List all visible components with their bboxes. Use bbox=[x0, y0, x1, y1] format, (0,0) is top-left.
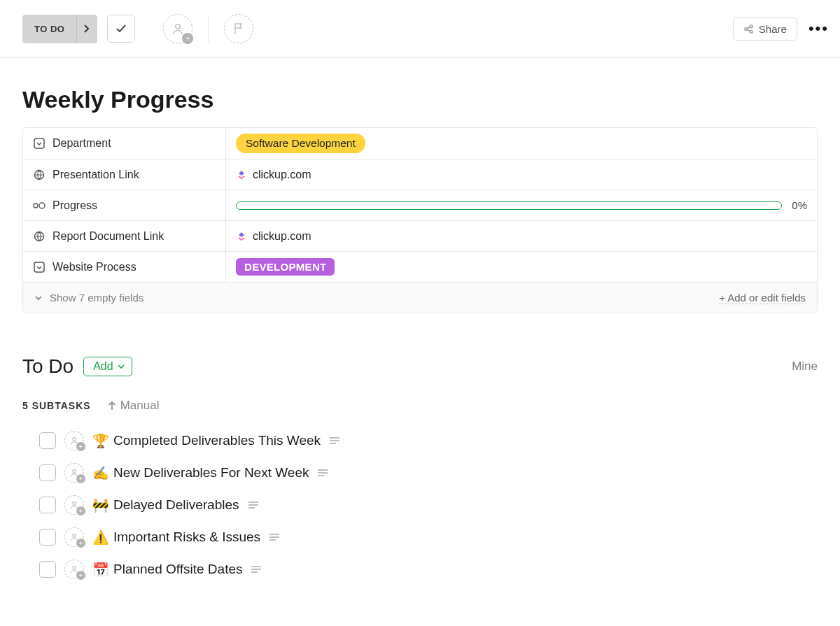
svg-point-0 bbox=[176, 24, 180, 29]
emoji-icon: 🚧 bbox=[92, 497, 109, 513]
subtask-checkbox[interactable] bbox=[39, 464, 56, 481]
plus-badge-icon: + bbox=[76, 539, 85, 548]
plus-badge-icon: + bbox=[76, 474, 85, 483]
field-value-report-link[interactable]: clickup.com bbox=[226, 221, 817, 251]
share-icon bbox=[743, 24, 754, 34]
mine-filter[interactable]: Mine bbox=[792, 360, 818, 374]
svg-point-7 bbox=[39, 203, 45, 208]
dropdown-field-icon bbox=[33, 138, 46, 149]
link-text: clickup.com bbox=[253, 169, 312, 181]
subtask-toolbar: 5 SUBTASKS Manual bbox=[22, 399, 818, 413]
website-process-pill: DEVELOPMENT bbox=[236, 258, 335, 276]
subtask-title[interactable]: 📅 Planned Offsite Dates bbox=[92, 562, 242, 578]
emoji-icon: ⚠️ bbox=[92, 529, 109, 546]
svg-rect-4 bbox=[34, 138, 44, 148]
priority-flag-picker[interactable] bbox=[224, 14, 253, 43]
note-icon[interactable] bbox=[269, 533, 280, 541]
status-group: TO DO bbox=[22, 15, 97, 43]
plus-badge-icon: + bbox=[76, 571, 85, 580]
chevron-down-icon bbox=[34, 294, 43, 301]
field-name: Progress bbox=[52, 199, 97, 212]
assignee-picker[interactable]: + bbox=[64, 495, 84, 515]
field-name: Department bbox=[52, 137, 111, 150]
plus-badge-icon: + bbox=[76, 506, 85, 515]
complete-button[interactable] bbox=[107, 15, 135, 43]
subtask-row: + ⚠️ Important Risks & Issues bbox=[39, 527, 818, 547]
svg-point-1 bbox=[745, 27, 748, 30]
fields-footer: Show 7 empty fields + Add or edit fields bbox=[23, 282, 817, 313]
subtask-checkbox[interactable] bbox=[39, 497, 56, 513]
share-label: Share bbox=[759, 23, 787, 35]
field-value-presentation-link[interactable]: clickup.com bbox=[226, 159, 817, 190]
person-icon bbox=[171, 22, 185, 36]
subtask-list: + 🏆 Completed Deliverables This Week + ✍… bbox=[22, 431, 818, 579]
divider bbox=[208, 15, 209, 42]
svg-point-10 bbox=[73, 438, 76, 441]
field-name: Website Process bbox=[52, 261, 136, 273]
show-empty-fields-toggle[interactable]: Show 7 empty fields bbox=[34, 292, 144, 304]
add-label: Add bbox=[93, 360, 113, 373]
subtask-row: + 📅 Planned Offsite Dates bbox=[39, 560, 818, 579]
field-label: Progress bbox=[23, 190, 226, 220]
caret-right-icon bbox=[84, 24, 90, 33]
subtask-title[interactable]: ⚠️ Important Risks & Issues bbox=[92, 529, 260, 546]
check-icon bbox=[115, 22, 127, 35]
field-name: Report Document Link bbox=[52, 230, 164, 243]
task-title[interactable]: Weekly Progress bbox=[22, 86, 818, 113]
more-menu-button[interactable]: ••• bbox=[808, 20, 829, 38]
assignee-picker[interactable]: + bbox=[64, 463, 84, 483]
field-row-presentation-link: Presentation Link clickup.com bbox=[23, 159, 817, 190]
note-icon[interactable] bbox=[317, 469, 328, 477]
sort-mode-button[interactable]: Manual bbox=[108, 399, 160, 413]
field-label: Report Document Link bbox=[23, 221, 226, 251]
svg-point-11 bbox=[73, 470, 76, 473]
field-row-report-link: Report Document Link clickup.com bbox=[23, 220, 817, 251]
subtask-title[interactable]: 🏆 Completed Deliverables This Week bbox=[92, 433, 321, 449]
subtask-row: + 🚧 Delayed Deliverables bbox=[39, 495, 818, 515]
plus-badge-icon: + bbox=[76, 442, 85, 451]
status-dropdown-button[interactable] bbox=[76, 15, 97, 43]
field-row-website-process: Website Process DEVELOPMENT bbox=[23, 251, 817, 282]
note-icon[interactable] bbox=[251, 565, 262, 574]
field-value-website-process[interactable]: DEVELOPMENT bbox=[226, 252, 817, 282]
subtask-row: + ✍️ New Deliverables For Next Week bbox=[39, 463, 818, 483]
subtask-checkbox[interactable] bbox=[39, 529, 56, 546]
section-header: To Do Add Mine bbox=[22, 355, 818, 378]
status-button[interactable]: TO DO bbox=[22, 15, 76, 43]
svg-point-12 bbox=[73, 502, 76, 505]
field-row-progress: Progress 0% bbox=[23, 190, 817, 220]
subtask-checkbox[interactable] bbox=[39, 432, 56, 449]
svg-point-14 bbox=[73, 567, 76, 569]
field-name: Presentation Link bbox=[52, 169, 139, 181]
assignee-picker[interactable]: + bbox=[64, 560, 84, 579]
note-icon[interactable] bbox=[248, 501, 259, 509]
add-subtask-button[interactable]: Add bbox=[83, 357, 132, 376]
svg-point-2 bbox=[750, 24, 752, 27]
subtask-title[interactable]: ✍️ New Deliverables For Next Week bbox=[92, 465, 309, 481]
field-value-department[interactable]: Software Development bbox=[226, 128, 817, 159]
add-edit-fields-link[interactable]: + Add or edit fields bbox=[719, 292, 806, 304]
subtask-title[interactable]: 🚧 Delayed Deliverables bbox=[92, 497, 239, 513]
globe-icon bbox=[33, 169, 46, 180]
clickup-favicon-icon bbox=[236, 231, 247, 242]
field-label: Department bbox=[23, 128, 226, 159]
task-content: Weekly Progress Department Software Deve… bbox=[0, 58, 840, 593]
subtask-count: 5 SUBTASKS bbox=[22, 400, 91, 411]
svg-point-3 bbox=[750, 30, 752, 33]
arrow-up-icon bbox=[108, 401, 116, 411]
progress-icon bbox=[33, 201, 46, 210]
share-button[interactable]: Share bbox=[733, 17, 797, 41]
svg-rect-9 bbox=[34, 262, 44, 272]
assignee-picker[interactable]: + bbox=[64, 431, 84, 450]
assignee-picker[interactable]: + bbox=[163, 14, 192, 43]
toolbar: TO DO + Share ••• bbox=[0, 0, 840, 58]
field-row-department: Department Software Development bbox=[23, 128, 817, 159]
assignee-picker[interactable]: + bbox=[64, 527, 84, 547]
custom-fields-table: Department Software Development Presenta… bbox=[22, 127, 818, 313]
subtask-row: + 🏆 Completed Deliverables This Week bbox=[39, 431, 818, 450]
svg-point-6 bbox=[34, 204, 38, 208]
note-icon[interactable] bbox=[329, 436, 340, 445]
section-title: To Do bbox=[22, 355, 74, 378]
subtask-checkbox[interactable] bbox=[39, 561, 56, 578]
field-value-progress[interactable]: 0% bbox=[226, 190, 817, 220]
